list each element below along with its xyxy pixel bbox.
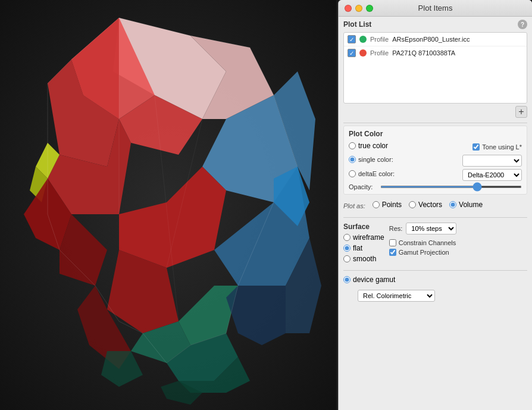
plot-list-header: Plot List ?: [339, 17, 532, 32]
deltae-color-row: deltaE color: Delta-E2000: [349, 169, 522, 181]
plot-type-2: Profile: [370, 49, 389, 57]
plot-item-1[interactable]: ✓ Profile ARsEpsonP800_Luster.icc: [344, 33, 527, 46]
plot-list-area: ✓ Profile ARsEpsonP800_Luster.icc ✓ Prof…: [343, 32, 527, 104]
single-color-row: single color:: [349, 155, 522, 167]
divider-2: [343, 217, 527, 218]
plot-checkbox-2[interactable]: ✓: [348, 49, 356, 57]
device-gamut-label: device gamut: [353, 276, 395, 284]
plot-color-dot-1: [359, 36, 367, 43]
plot-name-1: ARsEpsonP800_Luster.icc: [392, 36, 470, 43]
volume-radio[interactable]: [449, 201, 456, 208]
tone-checkbox[interactable]: [472, 143, 480, 151]
wireframe-radio[interactable]: [343, 234, 351, 241]
true-color-label: true color: [358, 142, 388, 150]
deltae-color-label: deltaE color:: [358, 170, 395, 177]
vectors-label: Vectors: [418, 201, 442, 209]
surface-title: Surface: [343, 223, 384, 231]
tone-checkbox-label[interactable]: Tone using L*: [472, 143, 522, 151]
smooth-label: smooth: [353, 255, 376, 263]
plot-type-1: Profile: [370, 36, 389, 43]
flat-radio[interactable]: [343, 245, 351, 252]
single-color-label: single color:: [358, 156, 393, 163]
res-label: Res:: [389, 225, 403, 232]
add-button-row: +: [339, 104, 532, 120]
vectors-option[interactable]: Vectors: [409, 201, 442, 209]
volume-option[interactable]: Volume: [449, 201, 483, 209]
window-title: Plot Items: [418, 4, 453, 12]
device-gamut-radio[interactable]: [343, 276, 351, 283]
add-item-button[interactable]: +: [515, 106, 527, 118]
opacity-label: Opacity:: [349, 183, 375, 190]
wireframe-option[interactable]: wireframe: [343, 233, 384, 242]
plot-items-panel: Plot Items Plot List ? ✓ Profile ARsEpso…: [338, 0, 532, 410]
deltae-color-radio[interactable]: [349, 170, 356, 177]
plot-color-title: Plot Color: [349, 130, 522, 138]
flat-label: flat: [353, 244, 362, 252]
res-row: Res: 1% steps2% steps5% steps10% steps20…: [389, 223, 527, 234]
res-dropdown[interactable]: 1% steps2% steps5% steps10% steps20% ste…: [406, 223, 456, 234]
deltae-dropdown[interactable]: Delta-E2000: [462, 169, 522, 181]
plot-list-label: Plot List: [343, 20, 371, 29]
gamut-projection-checkbox[interactable]: [389, 249, 396, 256]
volume-label: Volume: [459, 201, 483, 209]
close-button[interactable]: [345, 5, 352, 12]
vectors-radio[interactable]: [409, 201, 416, 208]
window-controls: [345, 5, 373, 12]
plot-color-dot-2: [359, 49, 367, 57]
points-label: Points: [382, 201, 402, 209]
surface-section: Surface wireframe flat smooth Res:: [339, 220, 532, 268]
points-radio[interactable]: [373, 201, 380, 208]
opacity-row: Opacity:: [349, 183, 522, 190]
plot-as-row: Plot as: Points Vectors Volume: [339, 197, 532, 215]
plot-item-2[interactable]: ✓ Profile PA271Q 87100388TA: [344, 46, 527, 60]
opacity-slider[interactable]: [380, 186, 522, 188]
maximize-button[interactable]: [366, 5, 373, 12]
points-option[interactable]: Points: [373, 201, 402, 209]
true-color-radio[interactable]: [349, 142, 356, 149]
single-color-option[interactable]: single color:: [349, 156, 393, 163]
constrain-channels-label[interactable]: Constrain Channels: [389, 239, 527, 246]
surface-checks: Constrain Channels Gamut Projection: [389, 239, 527, 256]
plot-color-section: Plot Color true color Tone using L* sing…: [343, 126, 527, 195]
colorimetric-row: PerceptualRel. ColorimetricAbs. Colorime…: [343, 290, 527, 302]
smooth-radio[interactable]: [343, 255, 351, 262]
plot-name-2: PA271Q 87100388TA: [392, 49, 455, 57]
help-button[interactable]: ?: [518, 20, 527, 29]
surface-left: Surface wireframe flat smooth: [343, 223, 384, 265]
single-color-radio[interactable]: [349, 156, 356, 163]
divider-1: [343, 123, 527, 123]
wireframe-label: wireframe: [353, 233, 384, 242]
device-gamut-row: device gamut: [343, 276, 527, 286]
gamut-projection-label[interactable]: Gamut Projection: [389, 249, 527, 256]
plot-as-label: Plot as:: [343, 202, 365, 209]
smooth-option[interactable]: smooth: [343, 255, 384, 263]
device-gamut-section: device gamut PerceptualRel. Colorimetric…: [339, 273, 532, 306]
gamut-projection-text: Gamut Projection: [399, 249, 449, 256]
device-gamut-option[interactable]: device gamut: [343, 276, 395, 284]
colorimetric-dropdown[interactable]: PerceptualRel. ColorimetricAbs. Colorime…: [358, 290, 435, 302]
auto-select-dropdown[interactable]: [462, 155, 522, 167]
minimize-button[interactable]: [355, 5, 362, 12]
true-color-option[interactable]: true color: [349, 142, 388, 150]
constrain-channels-text: Constrain Channels: [399, 239, 456, 246]
title-bar: Plot Items: [339, 0, 532, 17]
divider-3: [343, 270, 527, 271]
surface-right: Res: 1% steps2% steps5% steps10% steps20…: [389, 223, 527, 265]
deltae-color-option[interactable]: deltaE color:: [349, 170, 395, 177]
constrain-channels-checkbox[interactable]: [389, 239, 396, 246]
flat-option[interactable]: flat: [343, 244, 384, 252]
panel-content: Plot List ? ✓ Profile ARsEpsonP800_Luste…: [339, 17, 532, 410]
plot-checkbox-1[interactable]: ✓: [348, 35, 356, 43]
tone-label: Tone using L*: [482, 143, 522, 151]
gamut-canvas: [0, 0, 336, 410]
